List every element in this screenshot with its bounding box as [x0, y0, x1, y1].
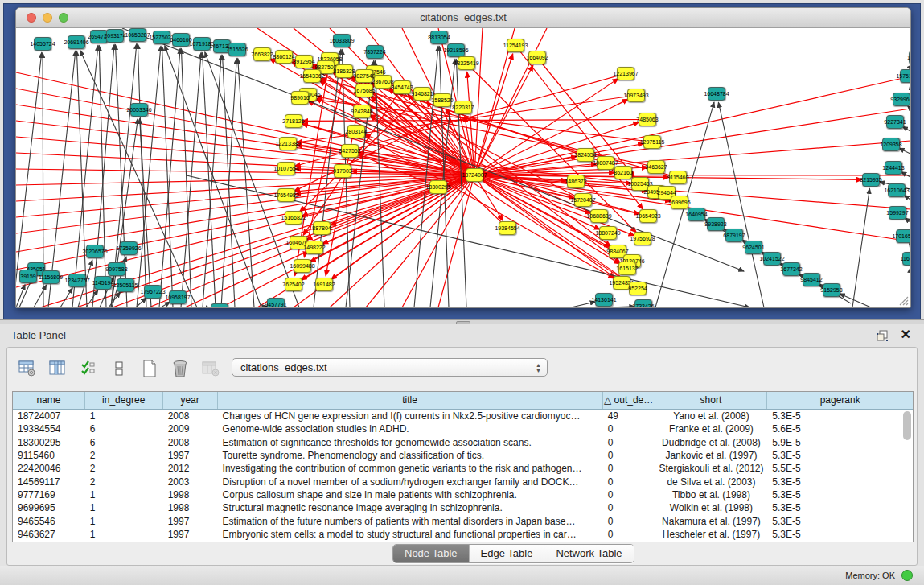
graph-node-20206576[interactable]: 20206576 [86, 245, 104, 258]
row-selection-icon[interactable] [78, 358, 99, 379]
graph-node-10688609[interactable]: 10688609 [590, 209, 608, 223]
graph-node-1209358[interactable]: 1209358 [882, 138, 900, 151]
graph-node-8220317[interactable]: 8220317 [454, 101, 472, 114]
graph-node-7663822[interactable]: 7663822 [253, 47, 271, 61]
graph-node-2367608[interactable]: 2367608 [374, 75, 392, 89]
graph-node-17016504[interactable]: 17016504 [896, 229, 910, 243]
graph-node-9097588[interactable]: 9097588 [108, 262, 125, 276]
graph-node-1677342[interactable]: 1677342 [782, 262, 800, 276]
graph-node-19384554[interactable]: 19384554 [499, 221, 516, 235]
graph-node-1498222[interactable]: 1498222 [306, 241, 323, 254]
graph-node-1733426[interactable]: 1733426 [634, 299, 652, 307]
graph-node-15720407[interactable]: 15720407 [574, 193, 592, 207]
graph-node-16648784[interactable]: 16648784 [708, 87, 725, 101]
table-row[interactable]: 946554611997Estimation of the future num… [13, 514, 913, 527]
column-header-title[interactable]: title [218, 392, 603, 409]
graph-node-1117382[interactable]: 1117382 [909, 51, 910, 64]
graph-node-19218596[interactable]: 19218596 [447, 43, 465, 57]
graph-node-12213389[interactable]: 12213389 [279, 137, 297, 150]
graph-node-952254[interactable]: 952254 [629, 282, 647, 295]
table-row[interactable]: 1938455462009Genome-wide association stu… [13, 422, 913, 435]
graph-node-12505115[interactable]: 12505115 [117, 278, 134, 292]
graph-node-9463627[interactable]: 9463627 [647, 160, 665, 174]
graph-node-16099488[interactable]: 16099488 [294, 259, 311, 273]
graph-node-9242848[interactable]: 9242848 [353, 105, 371, 118]
graph-node-12342757[interactable]: 12342757 [68, 274, 86, 287]
graph-node-11254193[interactable]: 11254193 [507, 39, 524, 52]
graph-node-18724007[interactable]: 18724007 [466, 168, 483, 182]
table-row[interactable]: 911546021997Tourette syndrome. Phenomeno… [13, 449, 913, 462]
graph-node-7857224[interactable]: 7857224 [366, 45, 384, 59]
graph-node-1599297[interactable]: 1599297 [889, 206, 906, 220]
graph-node-10719185[interactable]: 10719185 [193, 37, 211, 51]
graph-node-13325419[interactable]: 13325419 [458, 56, 475, 70]
graph-node-10653287[interactable]: 10653287 [129, 28, 146, 42]
new-document-icon[interactable] [139, 358, 160, 379]
column-header-out_de[interactable]: △ out_de… [603, 392, 655, 409]
graph-node-20053346[interactable]: 20053346 [130, 103, 148, 117]
graph-node-887804[interactable]: 887804 [313, 221, 331, 235]
graph-node-1615132[interactable]: 1615132 [618, 262, 636, 275]
graph-node-9152958[interactable]: 9152958 [823, 283, 840, 297]
graph-node-15276023[interactable]: 15276023 [153, 31, 170, 44]
table-scrollbar-thumb[interactable] [903, 411, 911, 440]
graph-node-8186328[interactable]: 8186328 [335, 64, 353, 78]
graph-node-16033809[interactable]: 16033809 [333, 34, 351, 47]
graph-node-12975115[interactable]: 12975115 [643, 135, 661, 149]
graph-node-10973493[interactable]: 10973493 [627, 89, 645, 102]
column-header-year[interactable]: year [163, 392, 218, 409]
graph-node-9845412[interactable]: 9845412 [803, 273, 820, 286]
graph-node-19654923[interactable]: 19654923 [639, 209, 657, 223]
network-canvas[interactable]: 1405572420691406269471320931741065328715… [16, 28, 910, 307]
graph-node-3824554[interactable]: 3824554 [577, 148, 594, 162]
graph-node-9115460[interactable]: 9115460 [669, 171, 687, 184]
float-window-icon[interactable] [876, 329, 889, 342]
column-chooser-icon[interactable] [47, 358, 68, 379]
table-row[interactable]: 1830029562008Estimation of significance … [13, 436, 913, 449]
table-row[interactable]: 1456911722003Disruption of a novel membe… [13, 475, 913, 488]
graph-node-7625402[interactable]: 7625402 [285, 278, 302, 291]
graph-node-8813054[interactable]: 8813054 [430, 31, 448, 44]
table-row[interactable]: 1872400712008Changes of HCN gene express… [13, 410, 913, 422]
table-row[interactable]: 2242004622012Investigating the contribut… [13, 462, 913, 475]
graph-node-8912954[interactable]: 8912954 [295, 55, 313, 68]
graph-node-8938923[interactable]: 8938923 [707, 217, 725, 231]
graph-node-1691482[interactable]: 1691482 [315, 278, 333, 291]
graph-node-1145194[interactable]: 1145194 [94, 276, 112, 290]
graph-node-9227341[interactable]: 9227341 [886, 115, 904, 129]
graph-node-20691406[interactable]: 20691406 [68, 35, 85, 49]
graph-node-8427552[interactable]: 8427552 [341, 144, 359, 158]
graph-node-9146821[interactable]: 9146821 [413, 87, 431, 101]
graph-node-12213967[interactable]: 12213967 [617, 67, 634, 80]
graph-node-18300295[interactable]: 18300295 [429, 180, 447, 194]
graph-node-862160[interactable]: 862160 [614, 166, 632, 179]
graph-node-1167533[interactable]: 1167533 [902, 252, 910, 266]
graph-node-6879197[interactable]: 6879197 [725, 229, 743, 242]
window-titlebar[interactable]: citations_edges.txt [16, 8, 910, 28]
graph-node-10958197[interactable]: 10958197 [169, 290, 187, 304]
column-header-name[interactable]: name [13, 392, 85, 409]
graph-node-7485063[interactable]: 7485063 [639, 113, 656, 126]
graph-node-1244413[interactable]: 1244413 [885, 161, 902, 175]
graph-node-8454743[interactable]: 8454743 [393, 80, 411, 94]
graph-node-1640954[interactable]: 1640954 [688, 208, 705, 221]
network-window[interactable]: citations_edges.txt 14055724206914062694… [15, 7, 911, 308]
graph-node-19756928[interactable]: 19756928 [634, 232, 651, 245]
graph-node-10807487[interactable]: 10807487 [597, 156, 614, 170]
graph-node-8860124[interactable]: 8860124 [275, 50, 293, 64]
graph-node-1664092[interactable]: 1664092 [528, 51, 546, 64]
graph-node-14055724[interactable]: 14055724 [34, 37, 51, 51]
graph-node-17957223[interactable]: 17957223 [144, 285, 162, 299]
graph-node-10241522[interactable]: 10241522 [763, 252, 781, 266]
graph-node-1486372[interactable]: 1486372 [567, 175, 585, 188]
graph-node-989016[interactable]: 989016 [291, 91, 309, 105]
graph-node-917003[interactable]: 917003 [334, 164, 351, 178]
graph-node-9329966[interactable]: 9329966 [893, 93, 910, 106]
window-resize-grip-icon[interactable] [897, 295, 909, 306]
graph-node-15166822[interactable]: 15166822 [285, 211, 302, 225]
graph-node-1588520[interactable]: 1588520 [433, 93, 451, 107]
graph-node-14136141[interactable]: 14136141 [595, 293, 613, 307]
graph-node-9457791[interactable]: 9457791 [267, 298, 285, 307]
graph-node-18807249[interactable]: 18807249 [599, 226, 617, 240]
rows-icon[interactable] [109, 358, 129, 379]
